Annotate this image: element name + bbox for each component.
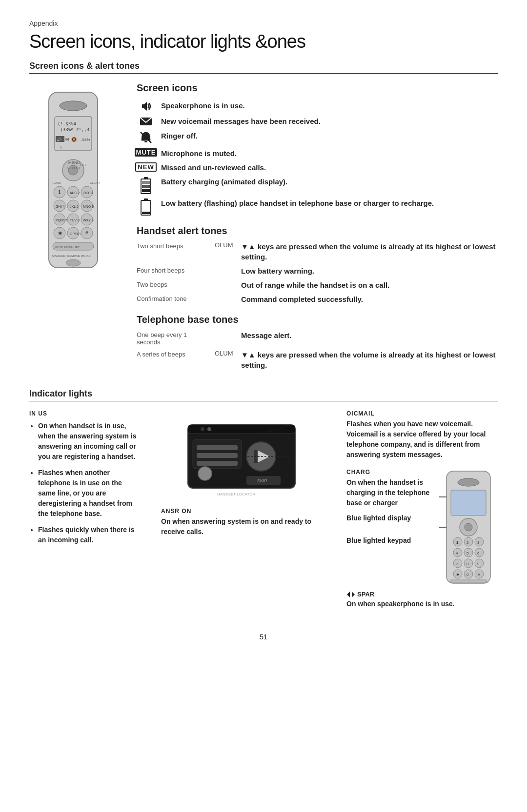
svg-text:6: 6: [477, 551, 480, 555]
svg-text:TUV 8: TUV 8: [70, 218, 80, 222]
voicemail-text: New voicemail messages have been receive…: [161, 116, 321, 126]
svg-rect-54: [142, 185, 150, 188]
battery-low-icon: [137, 198, 155, 216]
svg-text:✱: ✱: [456, 573, 460, 577]
svg-text:REMOVE PAUSE: REMOVE PAUSE: [67, 255, 91, 257]
svg-text:MNO 6: MNO 6: [83, 205, 94, 208]
base-tone-row-2: A series of beeps OLUM ▼▲ keys are press…: [137, 350, 498, 370]
blue-display-label: Blue lighted display: [346, 514, 432, 522]
right-col: OICMAIL Flashes when you have new voicem…: [346, 410, 498, 618]
ringer-icon: [137, 131, 155, 144]
base-tone-label-1: One beep every 1 seconds: [137, 330, 215, 346]
tone-label-1: Two short beeps: [137, 241, 215, 250]
right-handset-svg: 1 2 3 4 5 6 7 8: [439, 469, 498, 586]
svg-text:0: 0: [466, 573, 469, 577]
spar-desc: On when speakerphone is in use.: [346, 599, 498, 609]
tone-row-3: Two beeps Out of range while the handset…: [137, 280, 498, 290]
spar-section: SPAR On when speakerphone is in use.: [346, 591, 498, 609]
list-item-2: Flashes when another telephone is in use…: [38, 468, 137, 519]
icon-row-voicemail: New voicemail messages have been receive…: [137, 116, 498, 127]
base-tone-label-2: A series of beeps: [137, 350, 215, 358]
in-us-title: IN US: [29, 410, 137, 417]
tone-row-4: Confirmation tone Command completed succ…: [137, 294, 498, 304]
tone-desc-1: ▼▲ keys are pressed when the volume is a…: [241, 241, 498, 262]
svg-rect-57: [144, 198, 148, 200]
ansr-on-label: ANSR ON: [161, 508, 191, 515]
battery-low-text: Low battery (flashing) place handset in …: [161, 198, 434, 208]
svg-text:🔕: 🔕: [71, 137, 77, 142]
tone-desc-3: Out of range while the handset is on a c…: [241, 280, 498, 290]
handset-image-area: (!.$3%4 -)33%$ #!,,3 🔊 ✉ 🔕 -54% |− MENU …: [29, 82, 117, 374]
indicator-layout: IN US On when handset is in use, when th…: [29, 410, 498, 618]
svg-rect-70: [197, 453, 238, 458]
svg-text:-)33%$ #!,,3: -)33%$ #!,,3: [58, 127, 89, 132]
list-item-3: Flashes quickly when there is an incomin…: [38, 525, 137, 545]
svg-text:WXY 9: WXY 9: [83, 218, 94, 222]
svg-text:5: 5: [466, 551, 469, 555]
svg-text:DEF 3: DEF 3: [83, 191, 93, 195]
mute-text: Microphone is muted.: [161, 148, 237, 158]
svg-text:OFF: OFF: [80, 163, 87, 167]
icon-row-battery-charging: Battery charging (animated display).: [137, 177, 498, 194]
svg-text:MUTE REDIAL INT: MUTE REDIAL INT: [55, 246, 80, 249]
svg-rect-55: [142, 181, 150, 184]
indicator-section: Indicator lights IN US On when handset i…: [29, 389, 498, 618]
svg-text:#: #: [85, 231, 88, 236]
svg-text:✱: ✱: [58, 231, 62, 236]
icon-row-mute: MUTE Microphone is muted.: [137, 148, 498, 158]
svg-text:OPER 0: OPER 0: [70, 232, 82, 236]
new-label: NEW: [135, 162, 156, 172]
svg-text:7: 7: [456, 562, 458, 566]
tone-row-1: Two short beeps OLUM ▼▲ keys are pressed…: [137, 241, 498, 262]
telephone-base-tones: Telephone base tones One beep every 1 se…: [137, 314, 498, 370]
speakerphone-icon: [137, 100, 155, 112]
tone-row-2: Four short beeps Low battery warning.: [137, 266, 498, 276]
svg-text:MENU: MENU: [68, 160, 80, 165]
tone-desc-2: Low battery warning.: [241, 266, 498, 276]
page: Appendix Screen icons, indicator lights …: [0, 0, 527, 660]
svg-text:9: 9: [477, 562, 480, 566]
base-tone-prefix-2: OLUM: [215, 350, 241, 357]
svg-text:2: 2: [466, 540, 469, 545]
svg-marker-108: [347, 592, 350, 597]
svg-text:8: 8: [466, 562, 469, 566]
charg-desc: On when the handset is charging in the t…: [346, 477, 432, 508]
svg-point-61: [201, 427, 204, 431]
svg-text:|−: |−: [61, 145, 64, 149]
blue-keypad-label: Blue lighted keypad: [346, 536, 432, 544]
icon-row-battery-low: Low battery (flashing) place handset in …: [137, 198, 498, 216]
svg-text:HANDSET LOCATOR: HANDSET LOCATOR: [217, 492, 255, 496]
svg-rect-78: [451, 490, 486, 515]
center-col: SKIP HANDSET LOCATOR: [146, 410, 337, 537]
in-us-list: On when handset is in use, when the answ…: [29, 421, 137, 545]
icon-row-speakerphone: Speakerphone is in use.: [137, 100, 498, 112]
charg-handset-area: CHARG On when the handset is charging in…: [346, 469, 498, 586]
battery-charging-icon: [137, 177, 155, 194]
svg-text:🔊: 🔊: [57, 137, 61, 142]
oicmail-section: OICMAIL Flashes when you have new voicem…: [346, 410, 498, 460]
svg-text:CLEAR: CLEAR: [90, 181, 100, 184]
svg-point-46: [66, 259, 81, 266]
svg-marker-109: [352, 592, 355, 597]
svg-text:-54%: -54%: [81, 138, 90, 142]
phone-svg: (!.$3%4 -)33%$ #!,,3 🔊 ✉ 🔕 -54% |− MENU …: [34, 87, 112, 273]
tone-label-4: Confirmation tone: [137, 294, 215, 302]
tone-desc-4: Command completed successfully.: [241, 294, 498, 304]
top-section: (!.$3%4 -)33%$ #!,,3 🔊 ✉ 🔕 -54% |− MENU …: [29, 82, 498, 374]
base-tone-desc-2: ▼▲ keys are pressed when the volume is a…: [241, 350, 498, 370]
page-number: 51: [29, 633, 498, 641]
indicator-header: Indicator lights: [29, 389, 498, 401]
screen-icons-title: Screen icons: [137, 82, 498, 94]
charg-title: CHARG: [346, 469, 432, 475]
svg-point-80: [465, 523, 472, 531]
svg-rect-58: [142, 212, 150, 214]
svg-text:ABC 2: ABC 2: [70, 191, 80, 195]
ansr-on-desc: On when answering system is on and ready…: [161, 516, 337, 537]
icon-row-ringer: Ringer off.: [137, 131, 498, 144]
svg-rect-105: [450, 580, 487, 582]
svg-rect-49: [144, 141, 147, 142]
svg-point-72: [198, 467, 212, 480]
base-tone-desc-1: Message alert.: [241, 330, 498, 340]
appendix-label: Appendix: [29, 20, 498, 27]
speakerphone-text: Speakerphone is in use.: [161, 100, 245, 111]
